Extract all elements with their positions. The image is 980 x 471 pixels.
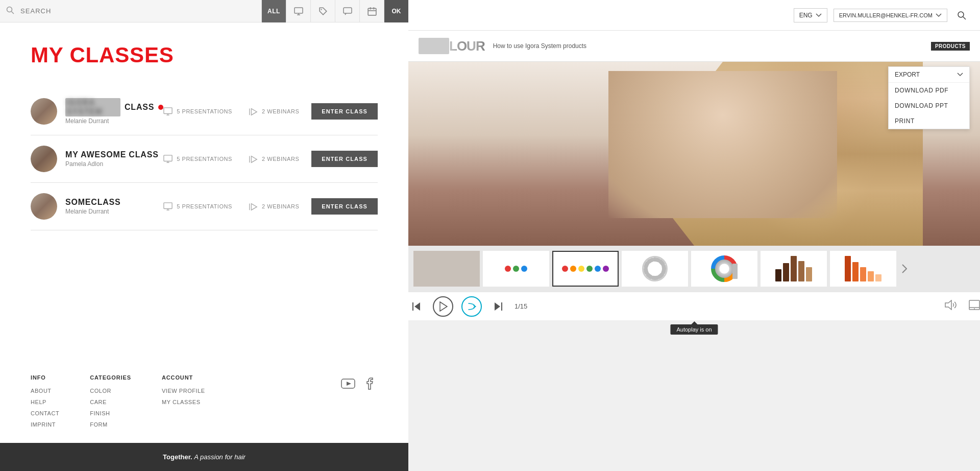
class-item-1: IGORA SYSTEM CLASS Melanie Durrant 5 PRE… xyxy=(31,88,378,135)
export-chevron-icon xyxy=(957,73,963,77)
thumbnail-2[interactable] xyxy=(483,251,549,287)
footer-link-color[interactable]: COLOR xyxy=(90,388,131,394)
playback-play-btn[interactable] xyxy=(433,296,453,317)
enter-class-btn-1[interactable]: ENTER CLASS xyxy=(311,103,378,120)
footer-link-imprint[interactable]: IMPRINT xyxy=(31,421,59,428)
footer-bottom: Together. A passion for hair xyxy=(0,443,408,471)
logo-area: LOUR xyxy=(419,38,485,54)
svg-point-5 xyxy=(321,9,322,10)
face-layer xyxy=(608,71,837,218)
svg-rect-40 xyxy=(969,300,979,310)
avatar-image-1 xyxy=(31,98,57,125)
avatar-image-2 xyxy=(31,146,57,172)
export-print[interactable]: PRINT xyxy=(889,113,969,129)
enter-class-btn-2[interactable]: ENTER CLASS xyxy=(311,151,378,167)
footer-link-care[interactable]: CARE xyxy=(90,399,131,405)
export-download-pdf[interactable]: DOWNLOAD PDF xyxy=(889,83,969,98)
footer-link-finish[interactable]: FINISH xyxy=(90,410,131,416)
svg-rect-7 xyxy=(368,8,376,15)
footer-link-myclasses[interactable]: MY CLASSES xyxy=(162,399,205,405)
svg-marker-39 xyxy=(945,300,951,310)
export-header[interactable]: EXPORT xyxy=(889,67,969,83)
export-download-ppt[interactable]: DOWNLOAD PPT xyxy=(889,98,969,113)
presentations-stat-1: 5 PRESENTATIONS xyxy=(163,107,232,116)
thumbnail-4[interactable] xyxy=(622,251,688,287)
facebook-icon[interactable] xyxy=(363,376,378,391)
filter-tabs: ALL xyxy=(261,0,408,22)
footer-account-heading: ACCOUNT xyxy=(162,374,205,381)
presentations-stat-3: 5 PRESENTATIONS xyxy=(163,202,232,211)
language-selector[interactable]: ENG xyxy=(794,8,827,22)
right-search-icon[interactable] xyxy=(953,7,970,23)
footer-link-form[interactable]: FORM xyxy=(90,421,131,428)
filter-tab-monitor[interactable] xyxy=(286,0,310,22)
filter-tab-chat[interactable] xyxy=(335,0,359,22)
monitor-icon xyxy=(294,7,303,16)
youtube-icon[interactable] xyxy=(341,376,355,391)
class-info-2: MY AWESOME CLASS Pamela Adlon xyxy=(65,150,163,168)
filter-tab-ok[interactable]: OK xyxy=(384,0,408,22)
filter-tab-tag[interactable] xyxy=(310,0,335,22)
export-label: EXPORT xyxy=(895,71,920,78)
class-name-2: MY AWESOME CLASS xyxy=(65,150,163,159)
chevron-down-icon xyxy=(816,13,822,17)
thumb-bars-7 xyxy=(841,252,886,286)
autoplay-tooltip: Autoplay is on xyxy=(670,324,718,335)
playback-bar: 1/15 Autoplay is on xyxy=(408,292,980,320)
playback-volume-btn[interactable] xyxy=(944,300,957,313)
thumbnail-1[interactable] xyxy=(413,251,480,287)
main-content: MY CLASSES IGORA SYSTEM CLASS Melanie Du… xyxy=(0,22,408,354)
class-info-1: IGORA SYSTEM CLASS Melanie Durrant xyxy=(65,98,163,125)
footer-link-contact[interactable]: CONTACT xyxy=(31,410,59,416)
class-stats-2: 5 PRESENTATIONS 2 WEBINARS xyxy=(163,154,299,163)
thumbnail-6[interactable] xyxy=(761,251,827,287)
filter-tab-all[interactable]: ALL xyxy=(261,0,286,22)
search-icon xyxy=(0,6,20,16)
playback-skip-start-btn[interactable] xyxy=(408,298,425,315)
export-dropdown: EXPORT DOWNLOAD PDF DOWNLOAD PPT PRINT xyxy=(888,66,970,129)
thumbnail-5[interactable] xyxy=(691,251,757,287)
class-stats-3: 5 PRESENTATIONS 2 WEBINARS xyxy=(163,202,299,211)
class-info-3: SOMECLASS Melanie Durrant xyxy=(65,198,163,215)
playback-fullscreen-btn[interactable] xyxy=(969,300,980,313)
tag-icon xyxy=(318,7,328,16)
user-email: ERVIN.MULLER@HENKEL-FR.COM xyxy=(839,12,933,18)
thumb-wheel-4 xyxy=(642,256,668,281)
notification-dot-1 xyxy=(158,105,163,110)
svg-marker-38 xyxy=(495,302,500,311)
thumbnail-7[interactable] xyxy=(830,251,896,287)
class-item-2: MY AWESOME CLASS Pamela Adlon 5 PRESENTA… xyxy=(31,135,378,183)
thumbnail-next-arrow[interactable] xyxy=(899,253,910,284)
footer-link-viewprofile[interactable]: VIEW PROFILE xyxy=(162,388,205,394)
left-panel: ALL xyxy=(0,0,408,471)
webinar-icon-3 xyxy=(249,202,258,211)
footer-col-categories: CATEGORIES COLOR CARE FINISH FORM xyxy=(90,374,131,433)
playback-skip-end-btn[interactable] xyxy=(490,298,506,315)
class-name-1: IGORA SYSTEM CLASS xyxy=(65,98,163,116)
enter-class-btn-3[interactable]: ENTER CLASS xyxy=(311,198,378,215)
playback-autoplay-btn[interactable] xyxy=(461,296,482,317)
class-name-blurred-1: IGORA SYSTEM xyxy=(65,98,120,116)
search-input[interactable] xyxy=(20,7,261,15)
logo-blurred xyxy=(419,38,449,54)
avatar-1 xyxy=(31,98,57,125)
footer-link-about[interactable]: ABOUT xyxy=(31,388,59,394)
thumb-bars-6 xyxy=(771,252,816,286)
thumbnail-3[interactable] xyxy=(552,251,619,287)
svg-marker-19 xyxy=(251,156,257,163)
class-teacher-1: Melanie Durrant xyxy=(65,117,163,125)
thumbnail-strip xyxy=(408,246,980,292)
right-panel: ENG ERVIN.MULLER@HENKEL-FR.COM LOUR How … xyxy=(408,0,980,471)
logo-colour-text: LOUR xyxy=(449,38,485,54)
footer-col-account: ACCOUNT VIEW PROFILE MY CLASSES xyxy=(162,374,205,410)
presentation-header: LOUR How to use Igora System products PR… xyxy=(408,31,980,62)
footer-col-info: INFO ABOUT HELP CONTACT IMPRINT xyxy=(31,374,59,433)
svg-marker-36 xyxy=(440,302,447,311)
footer-categories-heading: CATEGORIES xyxy=(90,374,131,381)
filter-tab-calendar[interactable] xyxy=(359,0,384,22)
user-selector[interactable]: ERVIN.MULLER@HENKEL-FR.COM xyxy=(834,9,947,22)
webinar-icon xyxy=(249,107,258,116)
presentation-icon xyxy=(163,107,173,116)
search-bar: ALL xyxy=(0,0,408,22)
footer-link-help[interactable]: HELP xyxy=(31,399,59,405)
